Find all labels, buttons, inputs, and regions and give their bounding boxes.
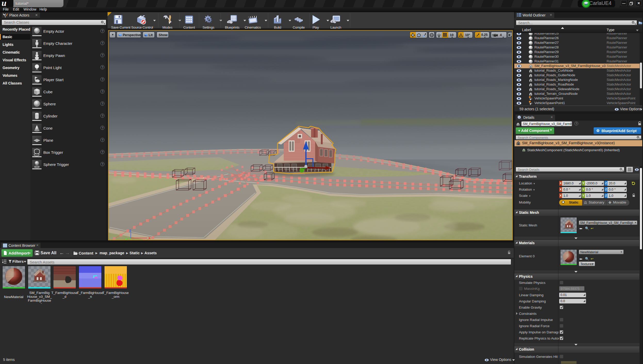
svg-text:?: ? — [112, 238, 113, 240]
svg-text:Y: Y — [125, 238, 127, 240]
svg-text:X: X — [148, 236, 151, 240]
svg-text:i: i — [519, 116, 520, 119]
svg-text:Z: Z — [129, 229, 131, 233]
